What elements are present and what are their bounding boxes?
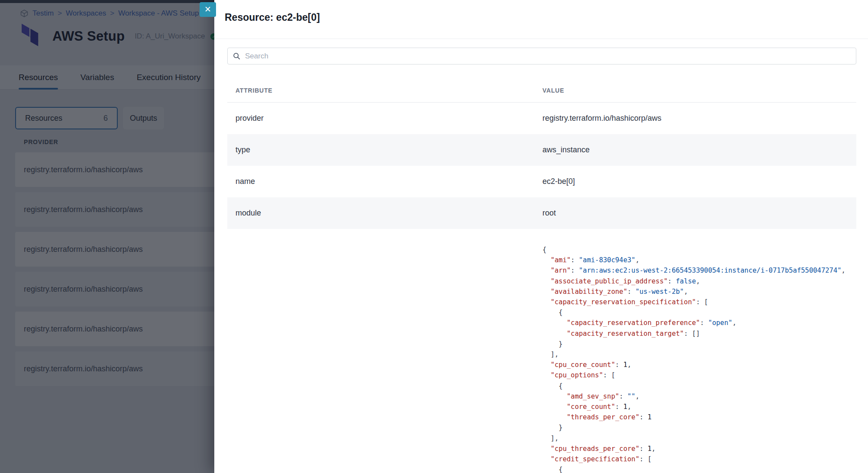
- column-header: ATTRIBUTE: [227, 87, 534, 94]
- json-token: : [: [696, 298, 708, 306]
- json-token: [542, 403, 567, 411]
- attribute-value: registry.terraform.io/hashicorp/aws: [534, 114, 856, 123]
- json-token: "cpu_core_count": [551, 361, 615, 369]
- json-token: "capacity_reservation_preference": [567, 319, 700, 327]
- json-token: ,: [627, 403, 631, 411]
- search-icon: [233, 52, 240, 60]
- json-line: "capacity_reservation_specification": [: [542, 297, 856, 307]
- search-input[interactable]: [245, 52, 851, 61]
- json-line: "core_count": 1,: [542, 402, 856, 412]
- json-line: "threads_per_core": 1: [542, 412, 856, 422]
- json-token: "capacity_reservation_target": [567, 330, 684, 338]
- json-line: "associate_public_ip_address": false,: [542, 276, 856, 286]
- json-token: [542, 361, 551, 369]
- json-token: :: [668, 277, 676, 285]
- json-token: "cpu_threads_per_core": [551, 445, 639, 453]
- json-token: :: [639, 413, 648, 421]
- json-token: 1: [623, 361, 627, 369]
- json-token: [542, 445, 551, 453]
- panel-divider: [214, 39, 868, 39]
- json-line: {: [542, 464, 856, 473]
- attribute-name: provider: [227, 114, 534, 123]
- json-token: :: [615, 403, 623, 411]
- json-token: {: [542, 466, 563, 473]
- json-token: "open": [708, 319, 732, 327]
- json-token: "": [627, 393, 636, 400]
- attribute-value: ec2-be[0]: [534, 177, 856, 186]
- json-token: [542, 288, 551, 296]
- json-token: [542, 330, 567, 338]
- json-line: "cpu_core_count": 1,: [542, 360, 856, 370]
- json-line: "cpu_threads_per_core": 1,: [542, 444, 856, 454]
- json-token: "cpu_options": [551, 371, 603, 379]
- json-line: }: [542, 422, 856, 433]
- json-token: }: [542, 424, 563, 431]
- json-token: }: [542, 340, 563, 348]
- json-token: "arn": [551, 267, 571, 274]
- json-token: "ami-830c94e3": [579, 256, 636, 264]
- json-token: ,: [684, 288, 688, 296]
- json-token: "arn:aws:ec2:us-west-2:665453390054:inst…: [579, 267, 842, 274]
- close-icon[interactable]: ✕: [200, 2, 216, 17]
- json-line: ],: [542, 433, 856, 444]
- json-token: ],: [542, 351, 558, 358]
- json-token: : [: [639, 455, 652, 463]
- search-box: [227, 48, 856, 64]
- attribute-table-body: providerregistry.terraform.io/hashicorp/…: [227, 103, 856, 229]
- json-token: [542, 298, 551, 306]
- json-token: "amd_sev_snp": [567, 393, 619, 400]
- json-token: 1: [648, 445, 652, 453]
- json-line: "availability_zone": "us-west-2b",: [542, 286, 856, 297]
- resource-detail-panel: ✕ Resource: ec2-be[0] ATTRIBUTEVALUE pro…: [214, 0, 868, 473]
- json-token: 1: [623, 403, 627, 411]
- attribute-row: typeaws_instance: [227, 134, 856, 166]
- json-token: ,: [732, 319, 736, 327]
- json-token: [542, 455, 551, 463]
- json-line: "capacity_reservation_target": []: [542, 328, 856, 339]
- json-token: 1: [648, 413, 652, 421]
- json-token: {: [542, 246, 546, 254]
- json-token: :: [571, 267, 579, 274]
- json-token: "ami": [551, 256, 571, 264]
- json-line: "cpu_options": [: [542, 370, 856, 380]
- json-token: [542, 267, 551, 274]
- attribute-value: root: [534, 209, 856, 218]
- json-line: {: [542, 245, 856, 255]
- json-token: [542, 277, 551, 285]
- json-token: : []: [684, 330, 700, 338]
- attribute-row: nameec2-be[0]: [227, 166, 856, 197]
- attributes-json-row: { "ami": "ami-830c94e3", "arn": "arn:aws…: [227, 229, 856, 473]
- json-token: ,: [627, 361, 631, 369]
- json-token: :: [619, 393, 627, 400]
- json-line: }: [542, 339, 856, 349]
- json-token: :: [571, 256, 579, 264]
- json-token: "capacity_reservation_specification": [551, 298, 696, 306]
- attribute-table-header: ATTRIBUTEVALUE: [227, 79, 856, 103]
- attribute-row: moduleroot: [227, 197, 856, 229]
- json-token: {: [542, 382, 563, 390]
- json-token: {: [542, 309, 563, 316]
- json-token: "credit_specification": [551, 455, 639, 463]
- json-token: "availability_zone": [551, 288, 627, 296]
- json-token: "associate_public_ip_address": [551, 277, 668, 285]
- json-token: "us-west-2b": [636, 288, 684, 296]
- json-line: {: [542, 381, 856, 391]
- json-token: :: [639, 445, 648, 453]
- attribute-row: providerregistry.terraform.io/hashicorp/…: [227, 103, 856, 134]
- attribute-name: type: [227, 145, 534, 154]
- json-token: : [: [603, 371, 615, 379]
- json-token: :: [615, 361, 623, 369]
- json-token: ,: [636, 393, 639, 400]
- json-token: ],: [542, 434, 558, 442]
- json-token: false: [676, 277, 696, 285]
- json-line: "amd_sev_snp": "",: [542, 391, 856, 402]
- json-line: "capacity_reservation_preference": "open…: [542, 318, 856, 328]
- attribute-name: module: [227, 209, 534, 218]
- json-token: :: [700, 319, 708, 327]
- json-token: [542, 256, 551, 264]
- json-line: "credit_specification": [: [542, 454, 856, 464]
- json-token: ,: [842, 267, 845, 274]
- json-token: "threads_per_core": [567, 413, 639, 421]
- json-token: "core_count": [567, 403, 615, 411]
- json-token: ,: [696, 277, 700, 285]
